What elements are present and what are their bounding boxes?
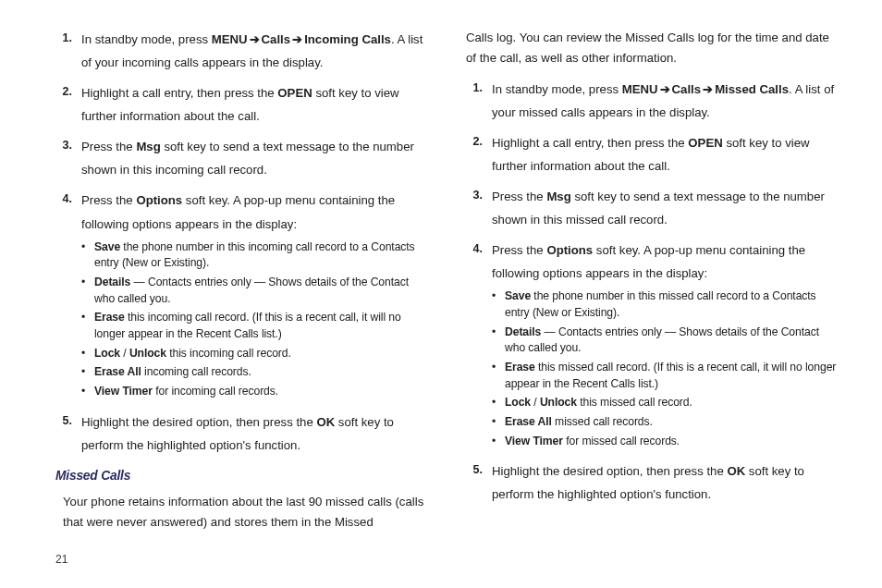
- text: In standby mode, press: [81, 32, 212, 46]
- sub-list: •Save the phone number in this missed ca…: [492, 288, 841, 449]
- list-item: 1.In standby mode, press MENU➔Calls➔Miss…: [466, 78, 841, 124]
- text: — Contacts entries only — Shows details …: [505, 325, 819, 355]
- bold-text: Options: [546, 243, 593, 257]
- list-body: Press the Msg soft key to send a text me…: [492, 185, 841, 231]
- bullet-icon: •: [492, 414, 505, 431]
- bold-text: Calls: [262, 32, 291, 46]
- text: — Contacts entries only — Shows details …: [94, 276, 409, 305]
- list-item: 4.Press the Options soft key. A pop-up m…: [55, 189, 431, 402]
- bold-text: OPEN: [688, 136, 722, 150]
- bullet-icon: •: [81, 275, 94, 307]
- list-item: 2.Highlight a call entry, then press the…: [466, 131, 841, 178]
- bold-text: Save: [94, 240, 120, 253]
- bold-text: Msg: [136, 140, 160, 153]
- list-item: 5.Highlight the desired option, then pre…: [466, 459, 841, 506]
- list-body: Highlight a call entry, then press the O…: [81, 81, 431, 128]
- bold-text: OK: [727, 464, 745, 478]
- page-number: 21: [55, 553, 67, 566]
- text: the phone number in this missed call rec…: [505, 289, 816, 319]
- bullet-icon: •: [81, 346, 94, 362]
- list-number: 4.: [55, 189, 81, 402]
- arrow-icon: ➔: [658, 82, 672, 96]
- list-number: 3.: [55, 135, 81, 181]
- right-column: Calls log. You can review the Missed Cal…: [466, 28, 841, 538]
- sub-text: View Timer for incoming call records.: [94, 384, 431, 400]
- sub-text: Lock / Unlock this missed call record.: [505, 395, 841, 411]
- sub-text: Lock / Unlock this incoming call record.: [94, 346, 431, 362]
- bold-text: View Timer: [505, 435, 563, 447]
- bullet-icon: •: [492, 395, 505, 411]
- section-heading-missed-calls: Missed Calls: [55, 464, 431, 488]
- list-body: In standby mode, press MENU➔Calls➔Incomi…: [81, 28, 431, 74]
- text: missed call records.: [552, 415, 653, 428]
- bold-text: Details: [505, 325, 541, 338]
- sub-text: Save the phone number in this incoming c…: [94, 239, 431, 272]
- list-item: 4.Press the Options soft key. A pop-up m…: [466, 239, 841, 452]
- sub-list-item: •Lock / Unlock this missed call record.: [492, 395, 841, 411]
- manual-page: 1.In standby mode, press MENU➔Calls➔Inco…: [0, 0, 882, 557]
- sub-list-item: •Lock / Unlock this incoming call record…: [81, 346, 431, 362]
- list-body: Press the Options soft key. A pop-up men…: [81, 189, 431, 402]
- sub-text: Details — Contacts entries only — Shows …: [94, 275, 431, 307]
- sub-list-item: •Details — Contacts entries only — Shows…: [81, 275, 431, 307]
- bullet-icon: •: [492, 434, 505, 450]
- bold-text: Erase: [505, 361, 535, 374]
- text: for incoming call records.: [153, 385, 278, 398]
- list-body: Highlight the desired option, then press…: [492, 459, 841, 506]
- text: Highlight the desired option, then press…: [81, 415, 316, 429]
- list-number: 2.: [55, 81, 81, 128]
- bold-text: OK: [316, 415, 335, 429]
- sub-list-item: •Erase All missed call records.: [492, 414, 841, 431]
- sub-list-item: •Erase this missed call record. (If this…: [492, 360, 841, 392]
- bold-text: Lock: [505, 396, 531, 409]
- sub-list-item: •View Timer for incoming call records.: [81, 384, 431, 400]
- arrow-icon: ➔: [701, 82, 715, 96]
- list-item: 3.Press the Msg soft key to send a text …: [466, 185, 841, 231]
- sub-list-item: •Save the phone number in this missed ca…: [492, 288, 841, 321]
- bullet-icon: •: [492, 325, 505, 357]
- sub-text: View Timer for missed call records.: [505, 434, 841, 450]
- text: Highlight the desired option, then press…: [492, 464, 727, 478]
- sub-text: Erase this incoming call record. (If thi…: [94, 310, 431, 342]
- text: this incoming call record.: [166, 347, 291, 360]
- bullet-icon: •: [492, 288, 505, 321]
- bullet-icon: •: [81, 239, 94, 272]
- bold-text: Msg: [546, 190, 570, 203]
- text: /: [531, 396, 540, 409]
- text: In standby mode, press: [492, 82, 622, 96]
- paragraph: Your phone retains information about the…: [55, 492, 431, 533]
- bullet-icon: •: [81, 310, 94, 342]
- sub-text: Erase All incoming call records.: [94, 364, 431, 381]
- text: this missed call record. (If this is a r…: [505, 361, 836, 390]
- list-body: Press the Msg soft key to send a text me…: [81, 135, 431, 181]
- text: for missed call records.: [563, 435, 680, 447]
- list-body: Highlight a call entry, then press the O…: [492, 131, 841, 178]
- sub-list-item: •Erase All incoming call records.: [81, 364, 431, 381]
- text: this incoming call record. (If this is a…: [94, 311, 401, 340]
- bold-text: Save: [505, 289, 531, 302]
- bold-text: MENU: [212, 32, 248, 46]
- list-body: In standby mode, press MENU➔Calls➔Missed…: [492, 78, 841, 124]
- bold-text: Incoming Calls: [304, 32, 391, 46]
- list-number: 1.: [466, 78, 492, 124]
- list-item: 2.Highlight a call entry, then press the…: [55, 81, 431, 128]
- list-body: Highlight the desired option, then press…: [81, 410, 431, 457]
- paragraph-continuation: Calls log. You can review the Missed Cal…: [466, 28, 841, 68]
- list-body: Press the Options soft key. A pop-up men…: [492, 239, 841, 452]
- arrow-icon: ➔: [248, 32, 262, 46]
- bold-text: Erase: [94, 311, 125, 324]
- list-item: 5.Highlight the desired option, then pre…: [55, 410, 431, 457]
- bold-text: OPEN: [277, 86, 312, 100]
- list-item: 3.Press the Msg soft key to send a text …: [55, 135, 431, 181]
- bold-text: MENU: [622, 82, 658, 96]
- list-number: 2.: [466, 131, 492, 178]
- list-item: 1.In standby mode, press MENU➔Calls➔Inco…: [55, 28, 431, 74]
- list-number: 4.: [466, 239, 492, 452]
- list-number: 1.: [55, 28, 81, 74]
- sub-list-item: •Erase this incoming call record. (If th…: [81, 310, 431, 342]
- bold-text: Lock: [94, 347, 120, 360]
- list-number: 5.: [466, 459, 492, 506]
- list-number: 3.: [466, 185, 492, 231]
- bullet-icon: •: [81, 384, 94, 400]
- bold-text: Unlock: [129, 347, 166, 360]
